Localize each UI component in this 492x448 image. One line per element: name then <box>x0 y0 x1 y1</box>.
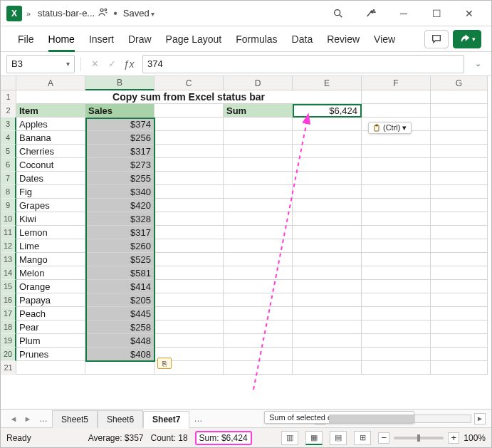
cell-B2[interactable]: Sales <box>85 104 155 118</box>
cell-B20[interactable]: $408 <box>85 348 155 361</box>
row-header-5[interactable]: 5 <box>1 145 16 158</box>
cell-G11[interactable] <box>431 226 488 239</box>
cell-C18[interactable] <box>155 321 224 334</box>
cell-A11[interactable]: Lemon <box>16 226 85 239</box>
cell-C14[interactable] <box>155 266 224 280</box>
cell-F12[interactable] <box>362 239 431 253</box>
tab-draw[interactable]: Draw <box>121 26 159 52</box>
cell-A5[interactable]: Cherries <box>16 145 85 158</box>
cell-G6[interactable] <box>431 158 488 172</box>
row-header-2[interactable]: 2 <box>1 104 16 118</box>
row-header-13[interactable]: 13 <box>1 253 16 266</box>
cell-D10[interactable] <box>224 212 293 226</box>
cell-G15[interactable] <box>431 280 488 293</box>
cell-E11[interactable] <box>293 226 362 239</box>
chevron-down-icon[interactable]: ▾ <box>66 60 70 68</box>
row-header-21[interactable]: 21 <box>1 361 16 375</box>
sheet-tab-sheet6[interactable]: Sheet6 <box>98 410 143 428</box>
col-header-E[interactable]: E <box>293 76 362 90</box>
cell-A12[interactable]: Lime <box>16 239 85 253</box>
row-header-20[interactable]: 20 <box>1 348 16 361</box>
cell-E15[interactable] <box>293 280 362 293</box>
cell-G16[interactable] <box>431 293 488 307</box>
page-break-view-button[interactable]: ⊞ <box>354 431 371 445</box>
cell-C16[interactable] <box>155 293 224 307</box>
cell-E21[interactable] <box>293 361 362 375</box>
save-status[interactable]: Saved <box>123 8 155 19</box>
tab-data[interactable]: Data <box>285 26 320 52</box>
cell-E19[interactable] <box>293 334 362 348</box>
maximize-button[interactable]: ☐ <box>420 1 453 26</box>
cell-C12[interactable] <box>155 239 224 253</box>
cell-D4[interactable] <box>224 131 293 145</box>
cell-C17[interactable] <box>155 307 224 321</box>
row-header-8[interactable]: 8 <box>1 185 16 199</box>
tab-view[interactable]: View <box>367 26 402 52</box>
cell-C13[interactable] <box>155 253 224 266</box>
name-box[interactable]: B3 ▾ <box>6 55 75 73</box>
cell-F14[interactable] <box>362 266 431 280</box>
cell-C3[interactable] <box>155 118 224 131</box>
cell-D18[interactable] <box>224 321 293 334</box>
sheet-overflow-right-icon[interactable]: … <box>194 414 202 424</box>
horizontal-scrollbar[interactable]: ◄ ► <box>212 413 486 424</box>
cell-E16[interactable] <box>293 293 362 307</box>
search-button[interactable] <box>322 1 355 26</box>
cell-D20[interactable] <box>224 348 293 361</box>
cell-A17[interactable]: Peach <box>16 307 85 321</box>
zoom-level[interactable]: 100% <box>464 433 486 443</box>
tab-insert[interactable]: Insert <box>82 26 121 52</box>
cell-D8[interactable] <box>224 185 293 199</box>
cell-B5[interactable]: $317 <box>85 145 155 158</box>
row-header-15[interactable]: 15 <box>1 280 16 293</box>
row-header-9[interactable]: 9 <box>1 199 16 212</box>
col-header-A[interactable]: A <box>16 76 85 90</box>
cell-F13[interactable] <box>362 253 431 266</box>
cell-E18[interactable] <box>293 321 362 334</box>
cell-B19[interactable]: $448 <box>85 334 155 348</box>
cell-A14[interactable]: Melon <box>16 266 85 280</box>
cell-F18[interactable] <box>362 321 431 334</box>
cell-A16[interactable]: Papaya <box>16 293 85 307</box>
cell-A19[interactable]: Plum <box>16 334 85 348</box>
share-button[interactable]: ▾ <box>453 30 481 48</box>
cell-F15[interactable] <box>362 280 431 293</box>
cell-C9[interactable] <box>155 199 224 212</box>
cell-D13[interactable] <box>224 253 293 266</box>
cell-C7[interactable] <box>155 172 224 185</box>
learn-button[interactable] <box>355 1 387 26</box>
row-header-10[interactable]: 10 <box>1 212 16 226</box>
cell-E9[interactable] <box>293 199 362 212</box>
cell-C5[interactable] <box>155 145 224 158</box>
cell-title[interactable]: Copy sum from Excel status bar <box>16 90 362 104</box>
cell-D19[interactable] <box>224 334 293 348</box>
cell-B6[interactable]: $273 <box>85 158 155 172</box>
cell-G9[interactable] <box>431 199 488 212</box>
cell-G8[interactable] <box>431 185 488 199</box>
scroll-right-button[interactable]: ► <box>474 413 486 424</box>
cell-G18[interactable] <box>431 321 488 334</box>
cell-D21[interactable] <box>224 361 293 375</box>
cell-F6[interactable] <box>362 158 431 172</box>
cell-B18[interactable]: $258 <box>85 321 155 334</box>
document-title[interactable]: status-bar-e... <box>38 8 95 19</box>
cell-B8[interactable]: $340 <box>85 185 155 199</box>
cell-B17[interactable]: $445 <box>85 307 155 321</box>
zoom-out-button[interactable]: − <box>378 432 389 444</box>
row-header-19[interactable]: 19 <box>1 334 16 348</box>
scroll-thumb[interactable] <box>330 415 415 422</box>
cell-C10[interactable] <box>155 212 224 226</box>
cell-D12[interactable] <box>224 239 293 253</box>
row-headers[interactable]: 123456789101112131415161718192021 <box>1 90 16 409</box>
cell-E6[interactable] <box>293 158 362 172</box>
cell-B11[interactable]: $317 <box>85 226 155 239</box>
cell-C19[interactable] <box>155 334 224 348</box>
cell-area[interactable]: Copy sum from Excel status barItemSalesS… <box>16 90 491 409</box>
cell-F9[interactable] <box>362 199 431 212</box>
sheet-overflow-icon[interactable]: … <box>39 414 48 424</box>
normal-view-button[interactable]: ▦ <box>305 431 323 445</box>
cell-G19[interactable] <box>431 334 488 348</box>
cell-E4[interactable] <box>293 131 362 145</box>
row-header-18[interactable]: 18 <box>1 321 16 334</box>
cell-E12[interactable] <box>293 239 362 253</box>
